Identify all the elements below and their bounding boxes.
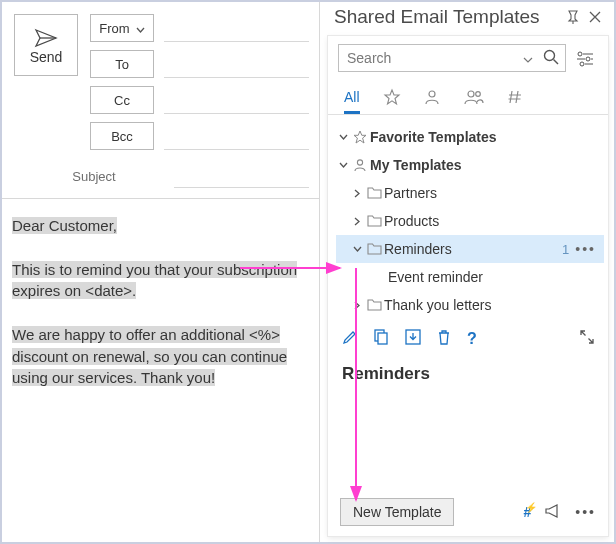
svg-point-9 [580,62,584,66]
svg-point-6 [586,57,590,61]
from-field[interactable] [164,14,309,42]
tree-my-templates[interactable]: My Templates [336,151,604,179]
tree-label: Partners [384,185,596,201]
people-icon [464,89,484,108]
pin-icon[interactable] [562,6,584,28]
star-icon [350,130,370,144]
compose-body[interactable]: Dear Customer, This is to remind you tha… [2,198,319,542]
folder-icon [364,243,384,255]
to-field[interactable] [164,50,309,78]
edit-icon[interactable] [342,329,358,348]
tree-label: Favorite Templates [370,129,596,145]
svg-line-3 [554,59,559,64]
filter-icon[interactable] [572,44,598,72]
person-icon [350,158,370,172]
send-icon [35,29,57,47]
tree-label: Event reminder [388,269,596,285]
tree-folder-products[interactable]: Products [336,207,604,235]
tree-label: Thank you letters [384,297,596,313]
download-icon[interactable] [405,329,421,348]
tree-folder-thank-you[interactable]: Thank you letters [336,291,604,319]
tree-label: My Templates [370,157,596,173]
tree-count: 1 [562,242,569,257]
body-line: We are happy to offer an additional <%> … [12,326,287,387]
search-input[interactable]: Search [338,44,566,72]
tree-folder-partners[interactable]: Partners [336,179,604,207]
tree-item-event-reminder[interactable]: Event reminder [336,263,604,291]
folder-icon [364,299,384,311]
cc-label: Cc [114,93,130,108]
more-icon[interactable]: ••• [575,504,596,520]
tree-label: Products [384,213,596,229]
cc-button[interactable]: Cc [90,86,154,114]
star-icon [384,89,400,108]
caret-down-icon [350,246,364,252]
expand-icon[interactable] [580,330,594,347]
more-icon[interactable]: ••• [575,241,596,257]
bcc-button[interactable]: Bcc [90,122,154,150]
send-button[interactable]: Send [14,14,78,76]
from-button[interactable]: From [90,14,154,42]
to-button[interactable]: To [90,50,154,78]
svg-point-4 [578,52,582,56]
chevron-down-icon [523,50,533,66]
body-line: This is to remind you that your subscrip… [12,261,297,300]
caret-down-icon [336,134,350,140]
tab-all-label: All [344,89,360,105]
copy-icon[interactable] [374,329,389,348]
caret-right-icon [350,301,364,310]
bcc-field[interactable] [164,122,309,150]
compose-panel: Send From To [2,2,320,542]
trash-icon[interactable] [437,329,451,348]
caret-down-icon [336,162,350,168]
person-icon [424,89,440,108]
body-line: Dear Customer, [12,217,117,234]
tab-favorites[interactable] [384,82,400,114]
new-template-label: New Template [353,504,441,520]
close-icon[interactable] [584,6,606,28]
bcc-label: Bcc [111,129,133,144]
templates-pane: Shared Email Templates Search [320,2,614,542]
svg-point-13 [475,91,480,96]
tab-all[interactable]: All [344,82,360,114]
cc-field[interactable] [164,86,309,114]
svg-point-12 [468,91,474,97]
template-tree: Favorite Templates My Templates Partners… [328,115,608,321]
hash-bolt-icon[interactable]: #⚡ [523,504,531,520]
subject-field[interactable] [174,164,309,188]
search-placeholder: Search [347,50,523,66]
folder-icon [364,187,384,199]
tree-favorites[interactable]: Favorite Templates [336,123,604,151]
tab-person[interactable] [424,82,440,114]
tree-folder-reminders[interactable]: Reminders 1 ••• [336,235,604,263]
svg-rect-16 [378,333,387,344]
subject-label: Subject [14,169,174,184]
pane-title: Shared Email Templates [334,6,540,28]
search-icon[interactable] [543,49,559,68]
new-template-button[interactable]: New Template [340,498,454,526]
to-label: To [115,57,129,72]
detail-heading: Reminders [328,352,608,392]
send-label: Send [30,49,63,65]
help-icon[interactable]: ? [467,330,477,348]
detail-toolbar: ? [328,321,608,352]
caret-right-icon [350,217,364,226]
svg-point-14 [357,160,362,165]
hash-icon [508,90,522,107]
svg-point-11 [429,91,435,97]
from-label: From [99,21,129,36]
chevron-down-icon [136,21,145,36]
caret-right-icon [350,189,364,198]
tab-hash[interactable] [508,82,522,114]
tab-people[interactable] [464,82,484,114]
folder-icon [364,215,384,227]
svg-point-2 [545,50,555,60]
tree-label: Reminders [384,241,562,257]
megaphone-icon[interactable] [545,504,561,521]
tab-bar: All [328,78,608,115]
